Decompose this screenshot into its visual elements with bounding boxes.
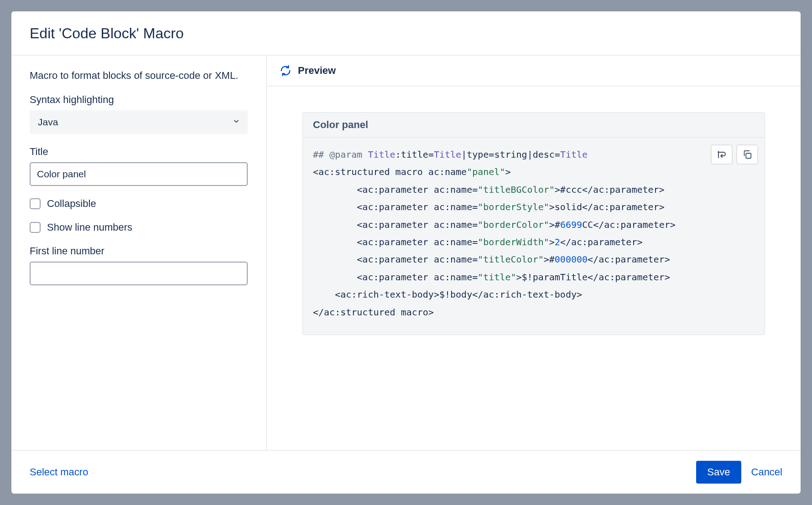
chevron-down-icon <box>232 117 240 128</box>
syntax-label: Syntax highlighting <box>30 94 248 106</box>
linenumbers-checkbox[interactable] <box>30 222 41 233</box>
code-card-title: Color panel <box>303 113 765 138</box>
macro-description: Macro to format blocks of source-code or… <box>30 68 248 83</box>
preview-title: Preview <box>298 65 336 77</box>
firstline-input[interactable] <box>30 262 248 285</box>
preview-body: Color panel ## @param Title:titl <box>267 87 801 361</box>
cancel-button[interactable]: Cancel <box>751 466 782 478</box>
syntax-field: Syntax highlighting Java <box>30 94 248 134</box>
preview-pane: Preview Color panel <box>267 56 801 450</box>
code-card: Color panel ## @param Title:titl <box>302 112 765 335</box>
dialog-header: Edit 'Code Block' Macro <box>11 11 801 56</box>
wrap-toggle-button[interactable] <box>711 144 733 165</box>
select-macro-link[interactable]: Select macro <box>30 466 88 478</box>
syntax-value: Java <box>38 117 58 128</box>
code-content: ## @param Title:title=Title|type=string|… <box>303 138 765 335</box>
dialog-body: Macro to format blocks of source-code or… <box>11 56 801 450</box>
dialog-footer: Select macro Save Cancel <box>11 450 801 494</box>
title-label: Title <box>30 146 248 158</box>
svg-rect-1 <box>746 153 751 158</box>
macro-dialog: Edit 'Code Block' Macro Macro to format … <box>11 11 801 494</box>
collapsible-row: Collapsible <box>30 198 248 210</box>
linenumbers-label: Show line numbers <box>47 222 132 233</box>
collapsible-label: Collapsible <box>47 198 96 210</box>
title-field: Title <box>30 146 248 186</box>
dialog-title: Edit 'Code Block' Macro <box>30 25 782 42</box>
collapsible-checkbox[interactable] <box>30 198 41 209</box>
copy-button[interactable] <box>736 144 758 165</box>
firstline-label: First line number <box>30 245 248 257</box>
save-button[interactable]: Save <box>696 461 741 484</box>
code-actions <box>711 144 758 165</box>
syntax-select[interactable]: Java <box>30 110 248 134</box>
settings-pane: Macro to format blocks of source-code or… <box>11 56 267 450</box>
title-input[interactable] <box>30 162 248 186</box>
refresh-icon[interactable] <box>280 65 291 77</box>
preview-header: Preview <box>267 56 801 87</box>
firstline-field: First line number <box>30 245 248 285</box>
linenumbers-row: Show line numbers <box>30 222 248 233</box>
